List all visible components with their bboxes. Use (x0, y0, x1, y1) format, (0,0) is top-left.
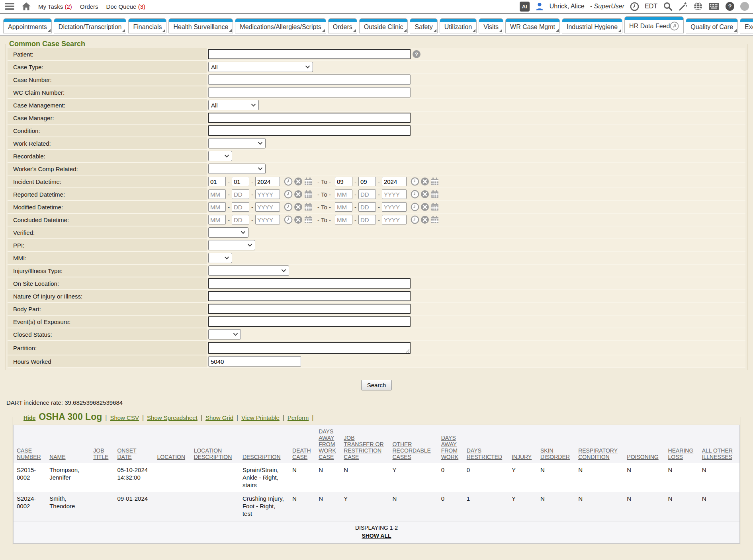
column-sort-link[interactable]: DESCRIPTION (243, 454, 281, 460)
tab-dropdown-corner-icon[interactable] (322, 29, 325, 32)
clear-date-icon[interactable] (421, 177, 429, 186)
tab-utilization[interactable]: Utilization (440, 18, 477, 33)
clear-date-icon[interactable] (421, 215, 429, 224)
incident-datetime-to-mm-input[interactable] (335, 177, 352, 186)
column-sort-link[interactable]: DAYS AWAY FROM WORK (441, 435, 459, 460)
keyboard-icon[interactable] (708, 2, 720, 10)
concluded-datetime-to-mm-input[interactable] (335, 215, 352, 224)
ai-badge[interactable]: AI (520, 2, 530, 12)
column-sort-link[interactable]: DEATH CASE (292, 447, 311, 460)
time-picker-icon[interactable] (284, 190, 293, 199)
calendar-icon[interactable] (304, 177, 313, 186)
wand-icon[interactable] (678, 2, 688, 11)
incident-datetime-from-yyyy-input[interactable] (255, 177, 280, 186)
time-picker-icon[interactable] (284, 203, 293, 211)
field-help-icon[interactable]: ? (412, 50, 421, 59)
help-icon[interactable]: ? (725, 2, 735, 11)
reported-datetime-from-dd-input[interactable] (232, 189, 249, 199)
tab-wr-case-mgmt[interactable]: WR Case Mgmt (505, 18, 560, 33)
tab-dropdown-corner-icon[interactable] (733, 29, 737, 32)
search-button[interactable]: Search (361, 380, 392, 390)
tab-dictation-transcription[interactable]: Dictation/Transcription (54, 18, 127, 33)
case-manager-input[interactable] (208, 113, 411, 123)
calendar-icon[interactable] (304, 203, 313, 211)
on-site-location-input[interactable] (208, 278, 411, 289)
tab-visits[interactable]: Visits (479, 18, 503, 33)
incident-datetime-to-dd-input[interactable] (358, 177, 376, 186)
tab-appointments[interactable]: Appointments (3, 18, 52, 33)
patient-input[interactable] (208, 49, 411, 59)
osha-link-show-csv[interactable]: Show CSV (110, 414, 139, 421)
column-sort-link[interactable]: DAYS AWAY FROM WORK CASE (319, 428, 336, 460)
concluded-datetime-from-dd-input[interactable] (232, 215, 249, 224)
column-sort-link[interactable]: POISONING (627, 454, 658, 460)
time-picker-icon[interactable] (411, 177, 419, 186)
external-link-icon[interactable] (670, 21, 679, 31)
nav-item-orders[interactable]: Orders (80, 3, 98, 10)
tab-outside-clinic[interactable]: Outside Clinic (359, 18, 408, 33)
partition-textarea[interactable] (208, 342, 411, 354)
show-all-link[interactable]: SHOW ALL (362, 533, 391, 539)
column-sort-link[interactable]: HEARING LOSS (668, 447, 694, 460)
tab-dropdown-corner-icon[interactable] (472, 29, 475, 32)
globe-icon[interactable] (693, 2, 703, 11)
calendar-icon[interactable] (430, 203, 439, 211)
concluded-datetime-from-yyyy-input[interactable] (255, 215, 280, 224)
column-sort-link[interactable]: CASE NUMBER (17, 447, 41, 460)
clear-date-icon[interactable] (294, 190, 303, 199)
modified-datetime-to-dd-input[interactable] (358, 202, 376, 212)
mmi-select[interactable] (208, 253, 232, 263)
tab-dropdown-corner-icon[interactable] (403, 29, 407, 32)
osha-link-perform[interactable]: Perform (288, 414, 309, 421)
modified-datetime-from-mm-input[interactable] (208, 202, 226, 212)
calendar-icon[interactable] (430, 215, 439, 224)
nav-item-doc-queue[interactable]: Doc Queue (3) (106, 3, 145, 10)
tab-orders[interactable]: Orders (328, 18, 357, 33)
search-icon[interactable] (663, 2, 673, 11)
tab-industrial-hygiene[interactable]: Industrial Hygiene (562, 18, 622, 33)
column-sort-link[interactable]: NAME (49, 454, 65, 460)
column-sort-link[interactable]: LOCATION DESCRIPTION (194, 447, 232, 460)
reported-datetime-to-yyyy-input[interactable] (382, 189, 407, 199)
tab-dropdown-corner-icon[interactable] (499, 29, 502, 32)
incident-datetime-to-yyyy-input[interactable] (382, 177, 407, 186)
verified-select[interactable] (208, 227, 248, 238)
tab-dropdown-corner-icon[interactable] (555, 29, 559, 32)
case-type-select[interactable]: All (208, 62, 313, 72)
wc-claim-number-input[interactable] (208, 87, 411, 98)
tab-executive[interactable]: Executive (740, 18, 753, 33)
workers-comp-related-select[interactable] (208, 164, 266, 174)
case-number-input[interactable] (208, 74, 411, 85)
column-sort-link[interactable]: JOB TRANSFER OR RESTRICTION CASE (344, 435, 383, 460)
column-sort-link[interactable]: LOCATION (157, 454, 186, 460)
tab-dropdown-corner-icon[interactable] (122, 29, 125, 32)
modified-datetime-to-mm-input[interactable] (335, 202, 352, 212)
calendar-icon[interactable] (430, 177, 439, 186)
clear-date-icon[interactable] (294, 177, 303, 186)
tab-dropdown-corner-icon[interactable] (162, 29, 165, 32)
clear-date-icon[interactable] (421, 190, 429, 199)
calendar-icon[interactable] (430, 190, 439, 199)
concluded-datetime-to-yyyy-input[interactable] (382, 215, 407, 224)
column-sort-link[interactable]: INJURY (512, 454, 532, 460)
osha-link-show-grid[interactable]: Show Grid (205, 414, 233, 421)
column-sort-link[interactable]: OTHER RECORDABLE CASES (392, 441, 430, 460)
time-picker-icon[interactable] (284, 177, 293, 186)
nature-of-injury-or-illness-input[interactable] (208, 291, 411, 301)
osha-link-show-spreadsheet[interactable]: Show Spreadsheet (147, 414, 198, 421)
closed-status-select[interactable] (208, 329, 241, 340)
tab-safety[interactable]: Safety (410, 18, 437, 33)
modified-datetime-from-dd-input[interactable] (232, 202, 249, 212)
tab-medications-allergies-scripts[interactable]: Medications/Allergies/Scripts (235, 18, 326, 33)
modified-datetime-from-yyyy-input[interactable] (255, 202, 280, 212)
tab-quality-of-care[interactable]: Quality of Care (686, 18, 738, 33)
concluded-datetime-to-dd-input[interactable] (358, 215, 376, 224)
concluded-datetime-from-mm-input[interactable] (208, 215, 226, 224)
incident-datetime-from-mm-input[interactable] (208, 177, 226, 186)
time-picker-icon[interactable] (411, 215, 419, 224)
column-sort-link[interactable]: ALL OTHER ILLNESSES (702, 447, 733, 460)
calendar-icon[interactable] (304, 215, 313, 224)
tab-financials[interactable]: Financials (128, 18, 166, 33)
column-sort-link[interactable]: DAYS RESTRICTED (467, 447, 502, 460)
time-picker-icon[interactable] (411, 190, 419, 199)
